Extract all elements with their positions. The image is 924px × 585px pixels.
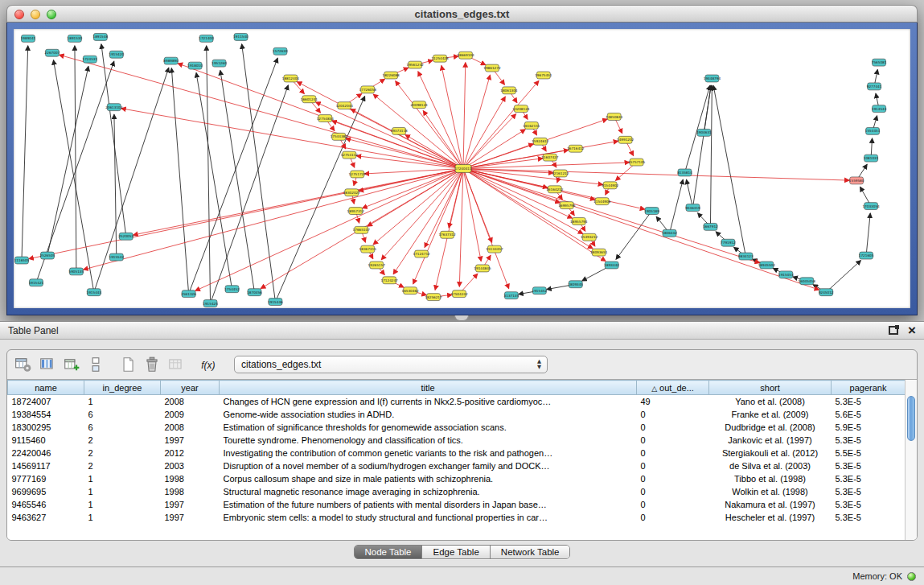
table-row[interactable]: 911546021997Tourette syndrome. Phenomeno… — [8, 434, 906, 447]
network-node[interactable]: 74850843 — [606, 113, 623, 121]
network-svg[interactable]: 1881240416601241127548341754438212754112… — [14, 29, 910, 308]
table-scrollbar-thumb[interactable] — [907, 396, 915, 441]
network-edge[interactable] — [22, 46, 28, 261]
network-node[interactable]: 16601241 — [301, 96, 318, 103]
column-header-year[interactable]: year — [161, 381, 220, 395]
network-node[interactable]: 19675451 — [535, 72, 552, 79]
network-edge[interactable] — [75, 46, 76, 272]
network-node[interactable]: 2526505 — [40, 252, 55, 259]
network-node[interactable]: 13208124 — [512, 105, 530, 113]
network-node[interactable]: 18256217 — [425, 294, 442, 301]
network-edge[interactable] — [381, 169, 463, 260]
network-node[interactable]: 2520052 — [118, 233, 133, 240]
network-node[interactable]: 1915425 — [203, 300, 218, 307]
network-node[interactable]: 15924612 — [532, 138, 549, 145]
network-node[interactable]: 1951260 — [211, 60, 227, 67]
network-node[interactable]: 1891548 — [93, 33, 109, 40]
network-node[interactable]: 19373118 — [391, 127, 409, 134]
network-node[interactable]: 1915453 — [778, 271, 794, 278]
network-node[interactable]: 7791912 — [721, 239, 736, 246]
network-node[interactable]: 18367315 — [359, 245, 377, 253]
table-row[interactable]: 946554611997Estimation of the future num… — [8, 498, 906, 511]
network-edge[interactable] — [704, 85, 711, 133]
column-header-short[interactable]: short — [709, 381, 832, 395]
column-header-out-de[interactable]: △out_de... — [637, 381, 709, 395]
network-node[interactable]: 17665107 — [353, 226, 371, 233]
network-node[interactable]: 17033054 — [862, 203, 880, 210]
network-node[interactable]: 17637312 — [438, 231, 456, 238]
network-node[interactable]: 19861272 — [483, 64, 501, 72]
minimize-window-button[interactable] — [31, 10, 40, 19]
network-edge[interactable] — [670, 179, 684, 233]
network-edge[interactable] — [29, 169, 463, 259]
network-node[interactable]: 12751727 — [349, 171, 367, 178]
network-node[interactable]: 91544902 — [602, 182, 619, 189]
add-column-button[interactable] — [60, 354, 82, 376]
network-node[interactable]: 1554451 — [865, 127, 881, 134]
network-edge[interactable] — [275, 97, 364, 303]
network-node[interactable]: 8989890 — [163, 57, 179, 64]
network-hub-node[interactable]: 17240411 — [454, 165, 472, 173]
network-node[interactable]: 19265157 — [368, 262, 386, 269]
network-node[interactable]: 11254428 — [431, 55, 449, 62]
network-node[interactable]: 18812404 — [282, 75, 300, 82]
column-header-name[interactable]: name — [8, 381, 84, 395]
close-window-button[interactable] — [14, 10, 24, 19]
table-options-button[interactable] — [12, 354, 34, 376]
column-header-pagerank[interactable]: pagerank — [832, 381, 906, 395]
new-document-button[interactable] — [117, 354, 138, 376]
network-node[interactable]: 15134457 — [486, 245, 503, 253]
network-edge[interactable] — [463, 169, 481, 262]
zoom-window-button[interactable] — [47, 10, 56, 19]
network-node[interactable]: 16995796 — [558, 202, 576, 209]
network-node[interactable]: 1915421 — [29, 279, 44, 286]
column-header-in-degree[interactable]: in_degree — [84, 381, 161, 395]
network-edge[interactable] — [866, 213, 870, 256]
network-node[interactable]: 11607427 — [541, 154, 559, 161]
network-node[interactable]: 1754452 — [224, 286, 240, 293]
network-node[interactable]: 1572630 — [273, 47, 288, 55]
network-node[interactable]: 1918010 — [187, 62, 203, 69]
network-node[interactable]: 1911540 — [233, 33, 248, 40]
network-node[interactable]: 1905189 — [644, 208, 659, 215]
delete-table-button[interactable] — [141, 354, 162, 376]
network-node[interactable]: 17124712 — [413, 250, 430, 257]
network-edge[interactable] — [713, 85, 745, 256]
table-mode-button[interactable] — [84, 354, 106, 376]
table-row[interactable]: 2242004622012Investigating the contribut… — [8, 447, 906, 459]
splitter-handle[interactable] — [454, 315, 469, 321]
network-node[interactable]: 20098124 — [410, 101, 428, 109]
network-edge[interactable] — [60, 55, 463, 168]
network-node[interactable]: 16045458 — [799, 278, 816, 285]
network-node[interactable]: 16530462 — [402, 287, 420, 295]
network-node[interactable]: 18093651 — [590, 249, 608, 256]
network-edge[interactable] — [449, 169, 463, 229]
network-edge[interactable] — [356, 156, 463, 169]
network-node[interactable]: 1116505 — [14, 257, 30, 264]
network-node[interactable]: 1914543 — [872, 105, 887, 113]
network-edge[interactable] — [463, 169, 593, 249]
network-node[interactable]: 17544382 — [331, 133, 348, 140]
table-row[interactable]: 1872400712008Changes of HCN gene express… — [8, 395, 906, 408]
table-row[interactable]: 969969511998Structural magnetic resonanc… — [8, 485, 906, 498]
network-edge[interactable] — [826, 261, 860, 293]
network-node[interactable]: 19144845 — [474, 265, 491, 272]
network-node[interactable]: 12754834 — [317, 115, 335, 122]
network-node[interactable]: 17124247 — [381, 277, 399, 284]
table-row[interactable]: 946362711997Embryonic stem cells: a mode… — [8, 511, 906, 524]
network-node[interactable]: 16164212 — [546, 186, 564, 193]
column-header-title[interactable]: title — [220, 381, 637, 395]
network-edge[interactable] — [207, 46, 211, 303]
network-edge[interactable] — [189, 58, 278, 294]
network-node[interactable]: 2561326 — [181, 290, 196, 298]
network-node[interactable]: 16716412 — [567, 145, 585, 152]
network-edge[interactable] — [463, 63, 466, 169]
network-edge[interactable] — [710, 85, 712, 226]
network-node[interactable]: 1721605 — [859, 252, 874, 259]
network-node[interactable]: 18945502 — [758, 262, 776, 269]
import-table-button[interactable] — [165, 354, 187, 376]
network-node[interactable]: 1870456 — [247, 289, 262, 296]
network-edge[interactable] — [133, 169, 463, 236]
network-node[interactable]: 1809345 — [568, 281, 583, 288]
network-node[interactable]: 3137135 — [504, 292, 519, 299]
